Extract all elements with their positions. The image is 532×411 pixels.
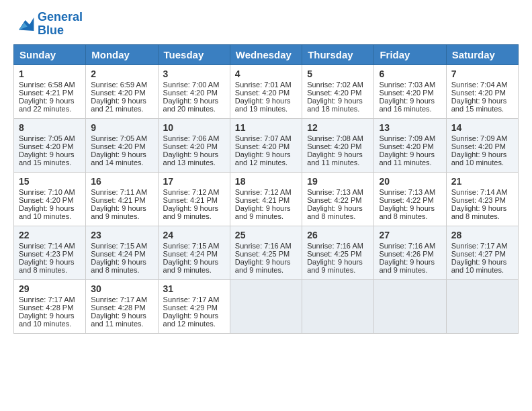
day-number: 25 — [235, 230, 297, 240]
sunrise-text: Sunrise: 7:07 AM — [235, 134, 292, 142]
sunrise-text: Sunrise: 7:17 AM — [19, 295, 75, 304]
logo-icon — [13, 15, 35, 34]
daylight-text: Daylight: 9 hours and 9 minutes. — [91, 204, 146, 220]
day-number: 18 — [235, 176, 297, 187]
calendar-cell: 12Sunrise: 7:08 AMSunset: 4:20 PMDayligh… — [302, 118, 374, 172]
sunrise-text: Sunrise: 7:11 AM — [91, 188, 147, 196]
calendar-week-row: 15Sunrise: 7:10 AMSunset: 4:20 PMDayligh… — [14, 172, 519, 226]
daylight-text: Daylight: 9 hours and 15 minutes. — [451, 97, 507, 113]
sunrise-text: Sunrise: 7:16 AM — [379, 242, 435, 250]
sunset-text: Sunset: 4:22 PM — [379, 196, 433, 204]
sunrise-text: Sunrise: 7:12 AM — [235, 188, 292, 196]
calendar-cell: 14Sunrise: 7:09 AMSunset: 4:20 PMDayligh… — [446, 118, 518, 172]
daylight-text: Daylight: 9 hours and 10 minutes. — [19, 204, 75, 220]
calendar-cell: 4Sunrise: 7:01 AMSunset: 4:20 PMDaylight… — [230, 64, 302, 118]
sunrise-text: Sunrise: 7:09 AM — [451, 134, 508, 142]
daylight-text: Daylight: 9 hours and 8 minutes. — [19, 258, 75, 274]
calendar-cell: 23Sunrise: 7:15 AMSunset: 4:24 PMDayligh… — [86, 226, 158, 279]
calendar-week-row: 1Sunrise: 6:58 AMSunset: 4:21 PMDaylight… — [14, 64, 519, 118]
daylight-text: Daylight: 9 hours and 11 minutes. — [307, 150, 363, 167]
day-number: 16 — [91, 176, 152, 187]
sunset-text: Sunset: 4:21 PM — [19, 89, 73, 97]
daylight-text: Daylight: 9 hours and 9 minutes. — [235, 204, 291, 220]
calendar-cell: 5Sunrise: 7:02 AMSunset: 4:20 PMDaylight… — [302, 64, 374, 118]
sunrise-text: Sunrise: 7:16 AM — [307, 242, 363, 250]
day-number: 19 — [307, 176, 369, 187]
sunset-text: Sunset: 4:24 PM — [163, 250, 218, 258]
daylight-text: Daylight: 9 hours and 10 minutes. — [451, 150, 507, 167]
sunset-text: Sunset: 4:25 PM — [307, 250, 361, 258]
daylight-text: Daylight: 9 hours and 10 minutes. — [451, 258, 507, 274]
calendar-cell: 6Sunrise: 7:03 AMSunset: 4:20 PMDaylight… — [374, 64, 446, 118]
day-number: 4 — [235, 68, 297, 79]
sunrise-text: Sunrise: 7:17 AM — [163, 295, 220, 304]
day-number: 7 — [451, 68, 513, 79]
calendar-cell: 3Sunrise: 7:00 AMSunset: 4:20 PMDaylight… — [158, 64, 230, 118]
sunset-text: Sunset: 4:20 PM — [379, 142, 433, 150]
sunrise-text: Sunrise: 7:14 AM — [19, 242, 75, 250]
sunrise-text: Sunrise: 7:15 AM — [163, 242, 220, 250]
calendar-cell: 8Sunrise: 7:05 AMSunset: 4:20 PMDaylight… — [14, 118, 86, 172]
calendar-cell: 20Sunrise: 7:13 AMSunset: 4:22 PMDayligh… — [374, 172, 446, 226]
calendar-header-row: SundayMondayTuesdayWednesdayThursdayFrid… — [14, 44, 519, 64]
day-number: 10 — [163, 122, 225, 133]
day-number: 3 — [163, 68, 225, 79]
daylight-text: Daylight: 9 hours and 9 minutes. — [235, 258, 291, 274]
sunrise-text: Sunrise: 7:17 AM — [91, 295, 147, 304]
sunrise-text: Sunrise: 7:06 AM — [163, 134, 220, 142]
sunset-text: Sunset: 4:28 PM — [19, 304, 73, 312]
calendar-cell: 31Sunrise: 7:17 AMSunset: 4:29 PMDayligh… — [158, 279, 230, 333]
sunset-text: Sunset: 4:20 PM — [19, 142, 73, 150]
sunrise-text: Sunrise: 7:00 AM — [163, 81, 220, 89]
sunset-text: Sunset: 4:20 PM — [235, 89, 290, 97]
sunrise-text: Sunrise: 7:10 AM — [19, 188, 75, 196]
calendar-cell: 13Sunrise: 7:09 AMSunset: 4:20 PMDayligh… — [374, 118, 446, 172]
sunrise-text: Sunrise: 7:15 AM — [91, 242, 147, 250]
daylight-text: Daylight: 9 hours and 8 minutes. — [91, 258, 146, 274]
daylight-text: Daylight: 9 hours and 8 minutes. — [451, 204, 507, 220]
day-number: 11 — [235, 122, 297, 133]
calendar-header-tuesday: Tuesday — [158, 44, 230, 64]
daylight-text: Daylight: 9 hours and 9 minutes. — [307, 258, 363, 274]
sunrise-text: Sunrise: 7:04 AM — [451, 81, 508, 89]
daylight-text: Daylight: 9 hours and 22 minutes. — [19, 97, 75, 113]
calendar-header-saturday: Saturday — [446, 44, 518, 64]
sunrise-text: Sunrise: 7:17 AM — [451, 242, 508, 250]
calendar-cell: 28Sunrise: 7:17 AMSunset: 4:27 PMDayligh… — [446, 226, 518, 279]
sunset-text: Sunset: 4:25 PM — [235, 250, 290, 258]
daylight-text: Daylight: 9 hours and 21 minutes. — [91, 97, 146, 113]
sunset-text: Sunset: 4:20 PM — [235, 142, 290, 150]
day-number: 31 — [163, 283, 225, 294]
day-number: 22 — [19, 230, 81, 240]
calendar-cell: 22Sunrise: 7:14 AMSunset: 4:23 PMDayligh… — [14, 226, 86, 279]
daylight-text: Daylight: 9 hours and 9 minutes. — [379, 258, 435, 274]
daylight-text: Daylight: 9 hours and 10 minutes. — [19, 312, 75, 328]
sunset-text: Sunset: 4:28 PM — [91, 304, 145, 312]
sunrise-text: Sunrise: 7:08 AM — [307, 134, 363, 142]
calendar-header-wednesday: Wednesday — [230, 44, 302, 64]
calendar-cell: 30Sunrise: 7:17 AMSunset: 4:28 PMDayligh… — [86, 279, 158, 333]
calendar-cell: 17Sunrise: 7:12 AMSunset: 4:21 PMDayligh… — [158, 172, 230, 226]
sunrise-text: Sunrise: 6:58 AM — [19, 81, 75, 89]
sunset-text: Sunset: 4:27 PM — [451, 250, 506, 258]
calendar-cell: 1Sunrise: 6:58 AMSunset: 4:21 PMDaylight… — [14, 64, 86, 118]
day-number: 14 — [451, 122, 513, 133]
sunset-text: Sunset: 4:20 PM — [451, 142, 506, 150]
sunset-text: Sunset: 4:20 PM — [307, 89, 361, 97]
sunrise-text: Sunrise: 7:09 AM — [379, 134, 435, 142]
calendar-cell: 29Sunrise: 7:17 AMSunset: 4:28 PMDayligh… — [14, 279, 86, 333]
daylight-text: Daylight: 9 hours and 13 minutes. — [163, 150, 219, 167]
calendar-cell: 16Sunrise: 7:11 AMSunset: 4:21 PMDayligh… — [86, 172, 158, 226]
day-number: 13 — [379, 122, 441, 133]
day-number: 5 — [307, 68, 369, 79]
calendar-cell: 24Sunrise: 7:15 AMSunset: 4:24 PMDayligh… — [158, 226, 230, 279]
sunrise-text: Sunrise: 7:13 AM — [379, 188, 435, 196]
calendar-cell: 18Sunrise: 7:12 AMSunset: 4:21 PMDayligh… — [230, 172, 302, 226]
day-number: 17 — [163, 176, 225, 187]
sunset-text: Sunset: 4:23 PM — [451, 196, 506, 204]
calendar-header-friday: Friday — [374, 44, 446, 64]
calendar-header-sunday: Sunday — [14, 44, 86, 64]
calendar-cell: 26Sunrise: 7:16 AMSunset: 4:25 PMDayligh… — [302, 226, 374, 279]
sunset-text: Sunset: 4:21 PM — [235, 196, 290, 204]
calendar-cell: 27Sunrise: 7:16 AMSunset: 4:26 PMDayligh… — [374, 226, 446, 279]
